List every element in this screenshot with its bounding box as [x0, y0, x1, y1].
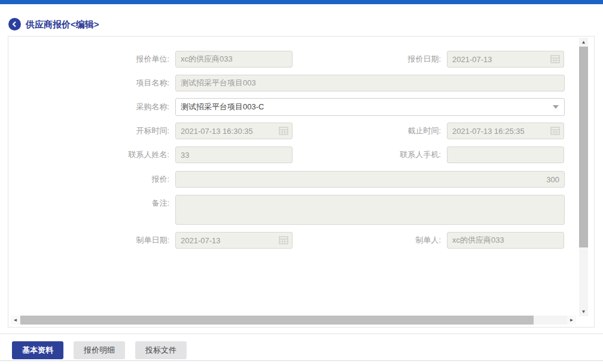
remark-label: 备注: [8, 195, 175, 225]
back-button[interactable] [8, 18, 21, 30]
open-time-label: 开标时间: [8, 123, 175, 139]
calendar-icon [279, 126, 288, 136]
open-time-field [175, 123, 293, 139]
bottom-divider [0, 360, 603, 361]
project-name-field [175, 75, 565, 91]
creator-field [447, 232, 564, 249]
tab-bid-documents[interactable]: 投标文件 [135, 341, 187, 359]
remark-field [175, 195, 565, 225]
calendar-icon [279, 235, 288, 245]
quote-unit-field [175, 51, 293, 68]
quote-date-label: 报价日期: [293, 51, 447, 68]
contact-name-label: 联系人姓名: [8, 146, 175, 163]
page-header: 供应商报价<编辑> [0, 4, 603, 36]
quote-date-field [447, 51, 564, 68]
tab-basic-info[interactable]: 基本资料 [12, 341, 63, 359]
scroll-up-icon[interactable]: ▲ [579, 38, 588, 47]
tab-quote-detail[interactable]: 报价明细 [74, 341, 125, 359]
bottom-tab-bar: 基本资料 报价明细 投标文件 [0, 334, 603, 360]
deadline-time-field [447, 123, 564, 139]
purchase-name-select[interactable] [175, 98, 565, 116]
calendar-icon [550, 126, 560, 136]
calendar-icon [550, 54, 560, 64]
page-title: 供应商报价<编辑> [26, 19, 99, 30]
top-accent-bar [0, 0, 603, 4]
contact-phone-label: 联系人手机: [293, 146, 447, 163]
quote-price-field [175, 171, 565, 188]
deadline-time-label: 截止时间: [293, 123, 447, 139]
create-date-label: 制单日期: [8, 232, 175, 249]
contact-name-field [175, 146, 293, 163]
horizontal-scrollbar[interactable]: ◄ ► [11, 316, 576, 325]
scroll-down-icon[interactable]: ▼ [579, 307, 588, 316]
creator-label: 制单人: [293, 232, 447, 249]
contact-phone-field [447, 146, 564, 163]
caret-down-icon[interactable] [553, 105, 559, 109]
vertical-scrollbar[interactable]: ▲ ▼ [579, 38, 588, 316]
scroll-right-icon[interactable]: ► [567, 316, 576, 325]
quote-unit-label: 报价单位: [8, 51, 175, 68]
chevron-left-icon [11, 21, 18, 27]
project-name-label: 项目名称: [8, 75, 175, 91]
create-date-field [175, 232, 293, 249]
horizontal-scrollbar-thumb[interactable] [20, 316, 534, 325]
purchase-name-label: 采购名称: [8, 98, 175, 116]
scroll-left-icon[interactable]: ◄ [11, 316, 20, 325]
quote-price-label: 报价: [8, 171, 175, 188]
form-panel: 报价单位: 报价日期: 项目名称: 采购名称: [8, 36, 595, 328]
vertical-scrollbar-thumb[interactable] [579, 47, 588, 247]
